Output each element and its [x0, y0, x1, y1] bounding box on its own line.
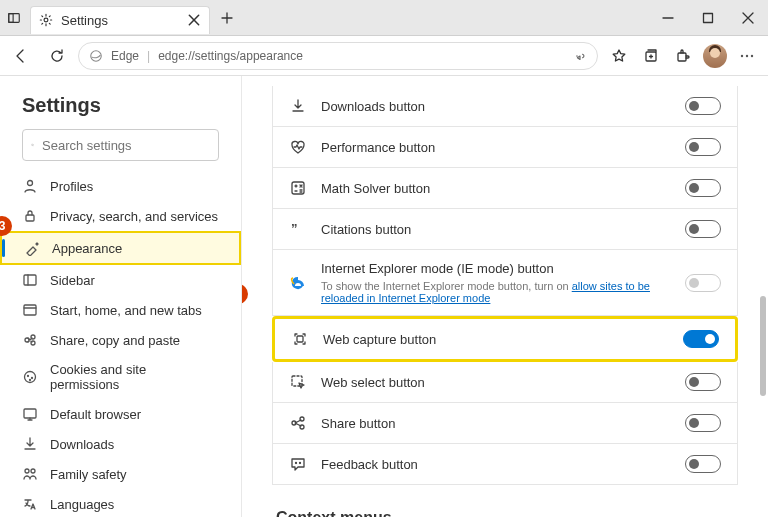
svg-point-35	[292, 421, 296, 425]
svg-rect-14	[24, 305, 36, 315]
capture-icon	[291, 330, 309, 348]
search-input[interactable]	[22, 129, 219, 161]
toggle-share[interactable]	[685, 414, 721, 432]
toggle-downloads[interactable]	[685, 97, 721, 115]
feedback-icon	[289, 455, 307, 473]
math-icon	[289, 179, 307, 197]
svg-text:”: ”	[291, 221, 298, 236]
sidebar-item-sidebar[interactable]: Sidebar	[0, 265, 241, 295]
settings-main: 4 Downloads button Performance button Ma…	[242, 76, 768, 517]
address-url: edge://settings/appearance	[158, 49, 303, 63]
svg-point-39	[300, 463, 301, 464]
new-tab-button[interactable]	[212, 3, 242, 33]
svg-point-23	[25, 469, 29, 473]
sidebar-item-profiles[interactable]: Profiles	[0, 171, 241, 201]
toggle-math[interactable]	[685, 179, 721, 197]
svg-rect-34	[292, 376, 302, 386]
titlebar: Settings	[0, 0, 768, 36]
svg-point-17	[31, 341, 35, 345]
sidebar-item-start[interactable]: Start, home, and new tabs	[0, 295, 241, 325]
sidebar-item-languages[interactable]: Languages	[0, 489, 241, 517]
profile-avatar[interactable]	[700, 41, 730, 71]
row-web-select-button: Web select button	[272, 362, 738, 403]
svg-point-15	[25, 338, 29, 342]
row-downloads-button: Downloads button	[272, 86, 738, 127]
refresh-button[interactable]	[42, 41, 72, 71]
svg-point-16	[31, 335, 35, 339]
heart-pulse-icon	[289, 138, 307, 156]
toggle-web-capture[interactable]	[683, 330, 719, 348]
svg-point-7	[741, 54, 743, 56]
svg-point-9	[751, 54, 753, 56]
quote-icon: ”	[289, 220, 307, 238]
ie-icon	[289, 274, 307, 292]
svg-point-36	[300, 417, 304, 421]
svg-rect-3	[704, 13, 713, 22]
window-controls	[648, 0, 768, 36]
browser-tab[interactable]: Settings	[30, 6, 210, 34]
tab-overview-icon[interactable]	[0, 0, 28, 36]
share-icon	[289, 414, 307, 432]
minimize-button[interactable]	[648, 0, 688, 36]
svg-rect-13	[24, 275, 36, 285]
svg-rect-6	[678, 53, 686, 61]
tab-title: Settings	[61, 13, 108, 28]
toggle-citations[interactable]	[685, 220, 721, 238]
edge-logo-icon	[89, 49, 103, 63]
extensions-icon[interactable]	[668, 41, 698, 71]
annotation-4: 4	[242, 284, 248, 304]
svg-point-20	[32, 378, 33, 379]
sidebar-item-downloads[interactable]: Downloads	[0, 429, 241, 459]
svg-point-8	[746, 54, 748, 56]
svg-point-19	[28, 376, 29, 377]
row-ie-mode-button: Internet Explorer mode (IE mode) button …	[272, 250, 738, 316]
sidebar-item-family[interactable]: Family safety	[0, 459, 241, 489]
collections-icon[interactable]	[636, 41, 666, 71]
sidebar-item-cookies[interactable]: Cookies and site permissions	[0, 355, 241, 399]
read-aloud-icon[interactable]	[573, 49, 587, 63]
toggle-web-select[interactable]	[685, 373, 721, 391]
row-share-button: Share button	[272, 403, 738, 444]
sidebar-item-default[interactable]: Default browser	[0, 399, 241, 429]
row-feedback-button: Feedback button	[272, 444, 738, 485]
scrollbar[interactable]	[760, 296, 766, 396]
svg-point-38	[296, 463, 297, 464]
settings-nav: 3 Profiles Privacy, search, and services…	[0, 171, 241, 517]
maximize-button[interactable]	[688, 0, 728, 36]
svg-rect-0	[9, 13, 20, 22]
search-icon	[31, 138, 34, 152]
svg-point-10	[31, 144, 33, 146]
select-icon	[289, 373, 307, 391]
download-icon	[289, 97, 307, 115]
gear-icon	[39, 13, 53, 27]
close-button[interactable]	[728, 0, 768, 36]
address-bar[interactable]: Edge | edge://settings/appearance	[78, 42, 598, 70]
toolbar: Edge | edge://settings/appearance	[0, 36, 768, 76]
row-performance-button: Performance button	[272, 127, 738, 168]
svg-rect-1	[9, 13, 13, 22]
settings-title: Settings	[0, 76, 241, 129]
close-tab-icon[interactable]	[187, 13, 201, 27]
row-web-capture-button: Web capture button	[272, 316, 738, 362]
address-app: Edge	[111, 49, 139, 63]
svg-rect-22	[24, 409, 36, 418]
toggle-feedback[interactable]	[685, 455, 721, 473]
svg-point-2	[44, 18, 48, 22]
svg-point-37	[300, 425, 304, 429]
sidebar-item-share[interactable]: Share, copy and paste	[0, 325, 241, 355]
more-icon[interactable]	[732, 41, 762, 71]
row-math-button: Math Solver button	[272, 168, 738, 209]
svg-rect-33	[297, 336, 303, 342]
settings-sidebar: Settings 3 Profiles Privacy, search, and…	[0, 76, 242, 517]
row-citations-button: ” Citations button	[272, 209, 738, 250]
favorite-icon[interactable]	[604, 41, 634, 71]
toggle-performance[interactable]	[685, 138, 721, 156]
search-field[interactable]	[42, 138, 210, 153]
svg-point-11	[28, 181, 33, 186]
sidebar-item-appearance[interactable]: Appearance	[0, 231, 241, 265]
toggle-ie-mode	[685, 274, 721, 292]
svg-point-24	[31, 469, 35, 473]
back-button[interactable]	[6, 41, 36, 71]
sidebar-item-privacy[interactable]: Privacy, search, and services	[0, 201, 241, 231]
svg-point-21	[30, 380, 31, 381]
